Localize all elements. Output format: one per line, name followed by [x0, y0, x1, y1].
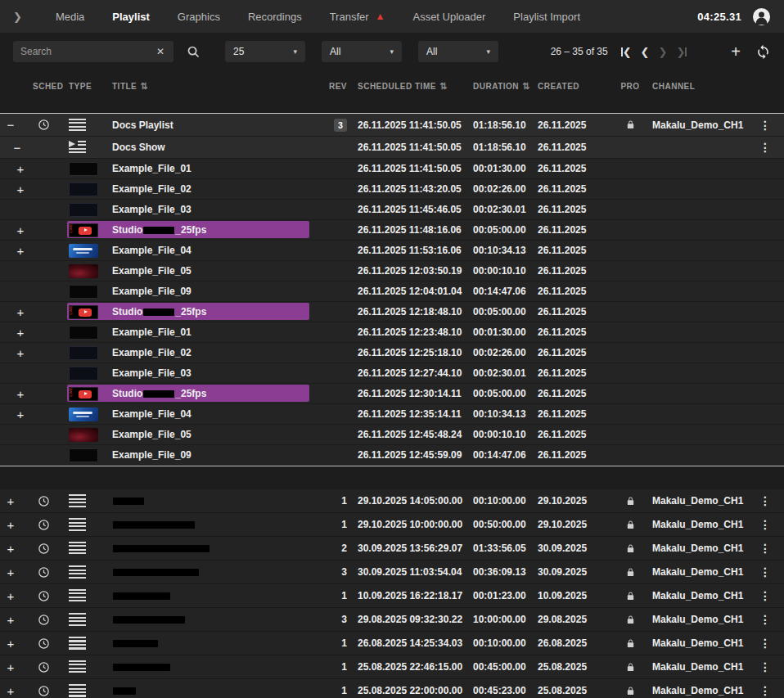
kebab-menu[interactable]: ⋮	[759, 685, 771, 696]
expand-toggle[interactable]: +	[15, 163, 26, 175]
expand-toggle[interactable]: −	[5, 119, 16, 131]
expand-toggle[interactable]: +	[5, 614, 16, 626]
table-row[interactable]: + 2 30.09.2025 13:56:29.07 01:33:56.05 3…	[0, 537, 784, 561]
table-row[interactable]: + Example_File_02 26.11.2025 12:25:18.10…	[0, 343, 784, 363]
table-row[interactable]: + 3 30.09.2025 11:03:54.04 00:36:09.13 3…	[0, 561, 784, 584]
expand-toggle[interactable]: −	[11, 142, 23, 154]
row-title: Example_File_01	[103, 322, 317, 342]
nav-item[interactable]: Media	[42, 0, 98, 33]
table-row[interactable]: + Example_File_01 26.11.2025 11:41:50.05…	[0, 159, 784, 179]
nav-item[interactable]: Playlist Import	[499, 0, 594, 33]
rev-cell	[317, 261, 349, 281]
expand-toggle[interactable]: +	[5, 566, 16, 579]
nav-item[interactable]: Graphics	[164, 0, 234, 33]
search-box[interactable]: ✕	[13, 41, 173, 62]
nav-item[interactable]: Recordings	[234, 0, 316, 33]
clear-search-icon[interactable]: ✕	[155, 46, 166, 57]
expand-toggle[interactable]: +	[15, 388, 26, 400]
search-icon[interactable]	[187, 45, 201, 59]
kebab-menu[interactable]: ⋮	[759, 543, 771, 554]
last-page-button[interactable]: ❯	[674, 46, 688, 58]
expand-toggle[interactable]: +	[5, 543, 16, 555]
type-icon	[69, 565, 86, 579]
kebab-menu[interactable]: ⋮	[759, 142, 771, 153]
table-row[interactable]: − Docs Playlist 3 26.11.2025 11:41:50.05…	[0, 114, 784, 137]
table-row[interactable]: + 1 26.08.2025 14:25:34.03 00:10:00.00 2…	[0, 632, 784, 655]
channel-cell	[647, 302, 746, 322]
scheduled-time-cell: 26.11.2025 12:25:18.10	[349, 343, 465, 363]
previous-page-button[interactable]: ❮	[639, 46, 651, 58]
first-page-button[interactable]: ❮	[620, 46, 633, 58]
expand-toggle[interactable]: +	[15, 245, 26, 257]
refresh-icon[interactable]	[755, 44, 771, 60]
nav-item[interactable]: Transfer ▲	[316, 0, 399, 33]
kebab-menu[interactable]: ⋮	[759, 637, 771, 649]
table-row[interactable]: + Example_File_04 26.11.2025 11:53:16.06…	[0, 241, 784, 261]
expand-toggle[interactable]: +	[15, 183, 26, 196]
table-row[interactable]: + 1 29.10.2025 14:05:00.00 00:10:00.00 2…	[0, 489, 784, 513]
expand-toggle[interactable]: +	[5, 637, 16, 650]
sidebar-expand-icon[interactable]: ❯	[13, 11, 22, 23]
expand-toggle[interactable]: +	[15, 408, 26, 421]
scheduled-time-cell: 26.11.2025 11:53:16.06	[349, 241, 465, 260]
kebab-menu[interactable]: ⋮	[759, 661, 771, 673]
expand-toggle[interactable]: +	[5, 495, 16, 507]
column-duration[interactable]: DURATION⇅	[465, 74, 526, 98]
kebab-menu[interactable]: ⋮	[759, 495, 771, 507]
column-title[interactable]: TITLE⇅	[103, 74, 317, 98]
channel-cell	[647, 137, 746, 158]
scheduled-time-cell: 29.10.2025 14:05:00.00	[349, 489, 465, 512]
kebab-menu[interactable]: ⋮	[759, 519, 771, 530]
table-row[interactable]: Example_File_09 26.11.2025 12:04:01.04 0…	[0, 281, 784, 302]
user-avatar-icon[interactable]	[752, 7, 771, 26]
table-row[interactable]: Example_File_09 26.11.2025 12:45:59.09 0…	[0, 445, 784, 466]
expand-toggle[interactable]: +	[5, 519, 16, 531]
table-row[interactable]: − Docs Show 26.11.2025 11:41:50.05 01:18…	[0, 137, 784, 159]
type-filter-select[interactable]: All ▾	[322, 41, 402, 62]
table-row[interactable]: + LIVE Studio_25fps 26.11.2025 12:18:48.…	[0, 302, 784, 322]
redacted-title-bar	[113, 569, 199, 576]
expand-toggle[interactable]: +	[5, 661, 16, 673]
kebab-menu[interactable]: ⋮	[759, 590, 771, 601]
redacted-title-bar	[143, 390, 174, 398]
table-row[interactable]: Example_File_03 26.11.2025 12:27:44.10 0…	[0, 363, 784, 384]
nav-item[interactable]: Playlist	[98, 0, 164, 33]
kebab-menu[interactable]: ⋮	[759, 566, 771, 578]
page-size-select[interactable]: 25 ▾	[225, 41, 305, 62]
table-row[interactable]: + 3 29.08.2025 09:32:30.22 10:00:00.00 2…	[0, 608, 784, 632]
scheduled-time-cell: 26.11.2025 12:27:44.10	[349, 363, 465, 383]
table-row[interactable]: + LIVE Studio_25fps 26.11.2025 12:30:14.…	[0, 384, 784, 404]
sort-icon[interactable]: ⇅	[140, 81, 148, 92]
rev-cell: 2	[317, 537, 349, 560]
channel-filter-select[interactable]: All ▾	[418, 41, 498, 62]
table-row[interactable]: + 1 25.08.2025 22:00:00.00 00:45:23.00 2…	[0, 679, 784, 698]
table-row[interactable]: + Example_File_04 26.11.2025 12:35:14.11…	[0, 404, 784, 425]
expand-toggle[interactable]: +	[15, 224, 26, 236]
column-scheduled-time[interactable]: SCHEDULED TIME⇅	[349, 74, 465, 98]
table-row[interactable]: + 1 29.10.2025 10:00:00.00 00:50:00.00 2…	[0, 513, 784, 537]
expand-toggle[interactable]: +	[5, 590, 16, 602]
table-row[interactable]: Example_File_03 26.11.2025 11:45:46.05 0…	[0, 200, 784, 220]
created-cell: 26.11.2025	[526, 425, 614, 444]
table-row[interactable]: Example_File_05 26.11.2025 12:03:50.19 0…	[0, 261, 784, 281]
kebab-menu[interactable]: ⋮	[759, 614, 771, 625]
expand-toggle[interactable]: +	[5, 685, 16, 697]
rev-cell	[317, 241, 349, 260]
expand-toggle[interactable]: +	[15, 347, 26, 359]
add-playlist-button[interactable]: +	[731, 43, 741, 60]
next-page-button[interactable]: ❯	[657, 46, 669, 58]
table-row[interactable]: + LIVE Studio_25fps 26.11.2025 11:48:16.…	[0, 220, 784, 241]
sort-icon[interactable]: ⇅	[439, 81, 448, 92]
kebab-menu[interactable]: ⋮	[759, 119, 771, 131]
table-row[interactable]: + Example_File_01 26.11.2025 12:23:48.10…	[0, 322, 784, 343]
table-row[interactable]: + 1 25.08.2025 22:46:15.00 00:45:00.00 2…	[0, 655, 784, 679]
table-row[interactable]: + 1 10.09.2025 16:22:18.17 00:01:23.00 1…	[0, 584, 784, 608]
table-row[interactable]: Example_File_05 26.11.2025 12:45:48.24 0…	[0, 425, 784, 445]
search-input[interactable]	[20, 46, 155, 57]
table-row[interactable]: + Example_File_02 26.11.2025 11:43:20.05…	[0, 179, 784, 200]
nav-item[interactable]: Asset Uploader	[399, 0, 499, 33]
channel-cell: Makalu_Demo_CH1	[647, 489, 746, 512]
schedule-clock-icon	[38, 685, 50, 697]
expand-toggle[interactable]: +	[15, 306, 26, 318]
expand-toggle[interactable]: +	[15, 326, 26, 339]
